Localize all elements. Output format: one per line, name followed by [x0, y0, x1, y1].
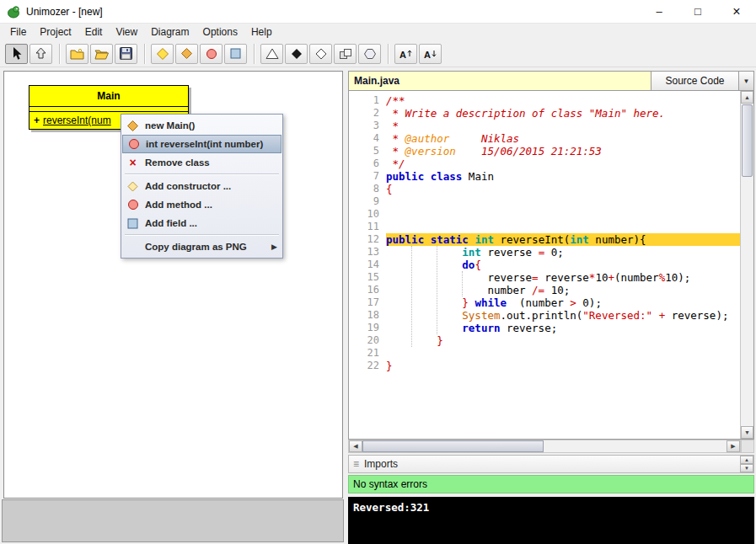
context-menu-item[interactable]: Copy diagram as PNG▶ [122, 237, 281, 256]
add-class-button[interactable] [151, 44, 174, 64]
code-line-4[interactable]: * @author Niklas [386, 132, 740, 145]
font-increase-icon: A [399, 48, 413, 60]
svg-text:A: A [424, 49, 431, 59]
code-line-2[interactable]: * Write a description of class "Main" he… [386, 107, 740, 120]
code-line-15[interactable]: reverse= reverse*10+(number%10); [386, 271, 740, 284]
minimize-button[interactable]: – [640, 0, 678, 23]
constructor-diamond-icon [180, 47, 193, 60]
context-menu-item-label: Add method ... [145, 200, 212, 210]
code-line-6[interactable]: */ [386, 157, 740, 170]
imports-scroll-up-icon[interactable]: ▲ [740, 456, 753, 464]
code-line-21[interactable] [386, 347, 740, 360]
class-method-label[interactable]: reverseInt(num [43, 115, 111, 126]
arrow-up-icon [35, 47, 47, 60]
relation-aggregation-button[interactable] [309, 44, 332, 64]
code-line-14[interactable]: do{ [386, 259, 740, 271]
menu-project[interactable]: Project [33, 24, 78, 40]
open-project-button[interactable] [90, 44, 113, 64]
output-console[interactable]: Reversed:321 [348, 497, 754, 544]
context-menu-item[interactable]: ×Remove class [122, 153, 281, 172]
line-number: 5 [349, 145, 386, 157]
code-line-10[interactable] [386, 208, 740, 221]
imports-section[interactable]: ≡ Imports ▲ ▼ [348, 455, 754, 473]
add-method-button[interactable] [200, 44, 223, 64]
close-button[interactable]: × [717, 0, 756, 23]
toolbar-separator [144, 44, 146, 64]
imports-toggle-icon[interactable]: ≡ [353, 458, 359, 470]
new-project-icon [70, 48, 84, 60]
view-mode-combo[interactable]: Source Code [651, 71, 739, 91]
add-constructor-button[interactable] [175, 44, 198, 64]
menu-view[interactable]: View [109, 24, 144, 40]
arrow-up-tool-button[interactable] [29, 44, 52, 64]
vertical-scrollbar[interactable]: ▲ ▼ [740, 91, 753, 439]
scroll-down-icon[interactable]: ▼ [741, 426, 753, 439]
pointer-tool-button[interactable] [5, 44, 28, 64]
menu-diagram[interactable]: Diagram [144, 24, 196, 40]
pointer-icon [10, 47, 23, 61]
horizontal-scrollbar[interactable]: ◀ ▶ [348, 440, 741, 453]
indent-guide [462, 271, 463, 296]
horizontal-scroll-thumb[interactable] [362, 440, 544, 452]
font-increase-button[interactable]: A [394, 44, 417, 64]
imports-scroll-down-icon[interactable]: ▼ [740, 464, 753, 472]
relation-association-button[interactable] [334, 44, 357, 64]
svg-text:A: A [399, 49, 406, 59]
maximize-button[interactable]: □ [678, 0, 717, 23]
menu-file[interactable]: File [3, 24, 33, 40]
context-menu-item[interactable]: new Main() [122, 116, 281, 135]
save-icon [120, 47, 132, 60]
context-menu-item[interactable]: int reverseInt(int number) [122, 135, 281, 153]
window-title: Unimozer - [new] [26, 6, 103, 18]
line-number: 11 [349, 221, 386, 233]
relation-implements-button[interactable] [358, 44, 381, 64]
code-line-20[interactable]: } [386, 334, 740, 347]
code-line-19[interactable]: return reverse; [386, 322, 740, 334]
toolbar: AA [0, 40, 756, 67]
menu-help[interactable]: Help [244, 24, 279, 40]
code-line-18[interactable]: System.out.println("Reversed:" + reverse… [386, 309, 740, 322]
syntax-status-text: No syntax errors [353, 478, 427, 490]
code-line-16[interactable]: number /= 10; [386, 284, 740, 296]
relation-composition-button[interactable] [285, 44, 308, 64]
vertical-scroll-thumb[interactable] [742, 104, 753, 177]
menu-options[interactable]: Options [196, 24, 244, 40]
code-line-22[interactable]: } [386, 360, 740, 372]
code-line-5[interactable]: * @version 15/06/2015 21:21:53 [386, 145, 740, 157]
method-circle-icon [206, 48, 217, 60]
menu-separator [125, 234, 279, 236]
code-line-12[interactable]: public static int reverseInt(int number)… [386, 233, 740, 246]
class-name[interactable]: Main [29, 85, 189, 107]
context-menu-item[interactable]: Add field ... [122, 214, 281, 232]
code-line-7[interactable]: public class Main [386, 170, 740, 183]
save-project-button[interactable] [115, 44, 137, 64]
scroll-left-icon[interactable]: ◀ [349, 440, 362, 452]
remove-x-icon: × [126, 157, 139, 168]
code-line-13[interactable]: int reverse = 0; [386, 246, 740, 259]
constructor-diamond-icon [126, 120, 139, 132]
context-menu-item[interactable]: Add method ... [122, 195, 281, 214]
scroll-right-icon[interactable]: ▶ [727, 440, 740, 452]
context-menu-item-label: Add constructor ... [145, 181, 231, 191]
font-decrease-button[interactable]: A [419, 44, 442, 64]
context-menu-item[interactable]: Add constructor ... [122, 177, 281, 195]
submenu-arrow-icon: ▶ [271, 243, 277, 251]
visibility-plus: + [34, 115, 40, 126]
line-number: 22 [349, 360, 386, 372]
view-mode-dropdown-arrow-icon[interactable]: ▼ [739, 71, 754, 91]
code-line-11[interactable] [386, 221, 740, 233]
scrollbar-corner [741, 440, 754, 453]
code-line-9[interactable] [386, 195, 740, 208]
code-line-3[interactable]: * [386, 120, 740, 132]
add-field-button[interactable] [224, 44, 247, 64]
source-code-editor[interactable]: 12345678910111213141516171819202122 /** … [348, 91, 754, 440]
code-line-1[interactable]: /** [386, 94, 740, 107]
relation-extends-button[interactable] [260, 44, 283, 64]
scroll-up-icon[interactable]: ▲ [741, 91, 753, 104]
view-mode-label: Source Code [665, 75, 724, 87]
code-line-17[interactable]: } while (number > 0); [386, 296, 740, 309]
menu-edit[interactable]: Edit [78, 24, 110, 40]
new-project-button[interactable] [66, 44, 88, 64]
code-line-8[interactable]: { [386, 183, 740, 195]
code-lines[interactable]: /** * Write a description of class "Main… [386, 91, 740, 439]
